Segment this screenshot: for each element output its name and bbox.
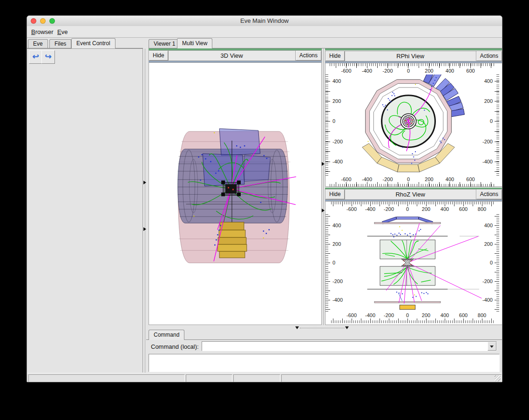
command-combobox xyxy=(202,341,497,351)
bottom-splitter[interactable] xyxy=(300,328,345,328)
tab-multi-view[interactable]: Multi View xyxy=(177,38,212,48)
3d-viewport[interactable] xyxy=(149,62,322,325)
previous-event-button[interactable]: ↩ xyxy=(29,50,42,64)
tab-files[interactable]: Files xyxy=(49,39,71,48)
undo-arrow-icon: ↩ xyxy=(32,52,39,61)
rphi-actions-button[interactable]: Actions xyxy=(476,51,502,61)
3d-detector-scene xyxy=(149,63,321,324)
command-input[interactable] xyxy=(202,342,488,351)
3d-actions-button[interactable]: Actions xyxy=(296,51,321,61)
eve-main-window: Eve Main Window Browser Eve Eve Files Ev… xyxy=(27,15,502,382)
tab-command[interactable]: Command xyxy=(149,330,184,340)
tab-event-control[interactable]: Event Control xyxy=(71,38,115,48)
status-segment xyxy=(186,374,232,382)
next-event-button[interactable]: ↪ xyxy=(41,50,55,64)
rphi-view-title: RPhi View xyxy=(345,51,476,61)
splitter-arrow-icon[interactable] xyxy=(345,326,349,329)
rphi-detector-scene xyxy=(330,75,495,176)
window-title: Eve Main Window xyxy=(27,17,502,24)
rhoz-right-ruler xyxy=(495,213,499,312)
rphi-top-ruler xyxy=(330,63,495,68)
event-control-panel: ↩ ↪ xyxy=(27,48,143,373)
menubar: Browser Eve xyxy=(27,26,502,38)
3d-view-header: Hide 3D View Actions xyxy=(149,50,322,61)
redo-arrow-icon: ↪ xyxy=(45,52,51,61)
titlebar[interactable]: Eve Main Window xyxy=(27,16,502,27)
rhoz-actions-button[interactable]: Actions xyxy=(476,190,502,199)
tab-viewer-1[interactable]: Viewer 1 xyxy=(149,39,180,48)
rphi-right-ruler xyxy=(495,75,499,176)
rphi-bottom-ruler xyxy=(330,182,495,187)
rhoz-bottom-axis-labels: -600-400-2000200400600800 xyxy=(330,312,495,319)
splitter-arrow-icon[interactable] xyxy=(322,162,325,166)
status-segment xyxy=(281,374,502,382)
splitter-arrow-icon[interactable] xyxy=(322,209,325,212)
status-segment xyxy=(233,374,280,382)
tab-eve[interactable]: Eve xyxy=(28,39,48,48)
rhoz-header: Hide RhoZ View Actions xyxy=(325,189,502,200)
command-tabline xyxy=(146,339,502,340)
splitter-arrow-icon[interactable] xyxy=(143,227,146,231)
status-segment xyxy=(28,374,185,382)
rhoz-top-ruler xyxy=(330,202,495,206)
left-splitter[interactable] xyxy=(145,49,145,373)
rhoz-viewport[interactable] xyxy=(330,213,495,312)
command-dropdown-button[interactable] xyxy=(488,342,496,351)
rhoz-view-title: RhoZ View xyxy=(345,190,476,199)
rhoz-detector-scene xyxy=(330,213,495,312)
rphi-header: Hide RPhi View Actions xyxy=(325,51,502,61)
desktop: { "window": { "title": "Eve Main Window"… xyxy=(0,0,529,420)
rphi-top-axis-labels: -600-400-2000200400600 xyxy=(330,68,495,75)
rphi-hide-button[interactable]: Hide xyxy=(326,51,345,61)
command-output[interactable] xyxy=(149,354,500,372)
3d-view-title: 3D View xyxy=(168,51,296,61)
rphi-active-stripe xyxy=(325,48,502,50)
rhoz-hide-button[interactable]: Hide xyxy=(326,190,345,199)
menu-eve[interactable]: Eve xyxy=(55,28,69,36)
status-bar xyxy=(27,373,502,382)
splitter-arrow-icon[interactable] xyxy=(143,181,146,184)
command-local-label: Command (local): xyxy=(151,343,199,350)
rhoz-bottom-ruler xyxy=(330,318,495,323)
menu-browser[interactable]: Browser xyxy=(29,28,55,36)
mid-splitter[interactable] xyxy=(323,49,324,325)
rphi-viewport[interactable] xyxy=(330,75,495,176)
splitter-arrow-icon[interactable] xyxy=(295,326,299,329)
3d-hide-button[interactable]: Hide xyxy=(149,51,168,61)
resize-grip[interactable] xyxy=(495,375,501,381)
rhoz-top-axis-labels: -600-400-2000200400600800 xyxy=(330,206,495,213)
